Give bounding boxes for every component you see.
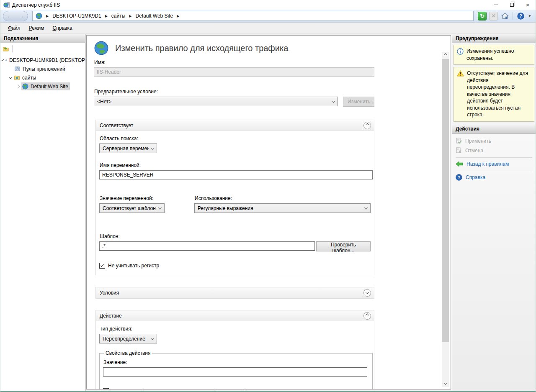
ignore-case-checkbox[interactable] (99, 263, 105, 269)
chevron-up-icon (366, 313, 369, 317)
operand-select[interactable]: Соответствует шаблону (99, 203, 165, 213)
vertical-scrollbar[interactable] (442, 52, 449, 387)
page-header: Изменить правило для исходящего трафика (94, 41, 435, 56)
back-arrow-icon (456, 161, 463, 167)
breadcrumb-arrow-icon[interactable]: ▶ (177, 14, 179, 18)
variable-name-input[interactable] (99, 170, 373, 179)
rule-name-input (94, 67, 374, 77)
home-button[interactable] (500, 12, 509, 20)
chevron-down-icon (151, 336, 154, 340)
precondition-select[interactable]: <Нет> (94, 97, 338, 106)
action-type-select[interactable]: Переопределение (99, 334, 157, 343)
server-icon (5, 57, 8, 63)
breadcrumb-arrow-icon[interactable]: ▶ (105, 14, 108, 18)
cancel-label: Отмена (465, 148, 483, 154)
tree-item-label[interactable]: Default Web Site (31, 84, 68, 90)
action-properties-group: Свойства действия Значение: Заменить дей… (99, 350, 373, 389)
divider (513, 12, 513, 20)
tree-item-label[interactable]: DESKTOP-U1MK9D1 (DESKTOP (9, 57, 85, 63)
save-connection-button[interactable] (3, 46, 9, 52)
breadcrumb-item-sites[interactable]: сайты (111, 13, 126, 19)
collapse-button[interactable] (363, 122, 371, 129)
chevron-down-icon (364, 206, 368, 209)
match-section-header[interactable]: Соответствует (96, 120, 374, 131)
chevron-collapsed-icon[interactable] (16, 85, 20, 88)
apply-label: Применить (465, 138, 491, 144)
expand-button[interactable] (363, 289, 371, 297)
help-action[interactable]: ? Справка (456, 173, 532, 182)
restore-icon (510, 3, 514, 7)
divider (12, 45, 13, 52)
apply-icon (456, 138, 462, 144)
chevron-down-icon (332, 99, 335, 102)
alerts-list: Изменения успешно сохранены. Отсутствует… (452, 43, 536, 125)
match-section-title: Соответствует (100, 123, 133, 128)
replace-value-row: Заменить действующее значение серверной … (103, 388, 369, 389)
action-section-header[interactable]: Действие (96, 310, 374, 321)
value-label: Значение: (103, 359, 369, 365)
tree-item-label[interactable]: Пулы приложений (23, 66, 65, 72)
sites-folder-icon (14, 74, 20, 81)
connections-header: Подключения (0, 34, 85, 43)
back-to-rules-action[interactable]: Назад к правилам (456, 159, 532, 169)
breadcrumb[interactable]: ▶ DESKTOP-U1MK9D1 ▶ сайты ▶ Default Web … (32, 11, 474, 21)
scroll-down-button[interactable] (442, 380, 449, 387)
operand-label: Значение переменной: (100, 195, 194, 201)
chevron-down-icon (151, 146, 154, 149)
chevron-expanded-icon[interactable] (9, 75, 12, 79)
navigation-pill: ← → (3, 11, 28, 21)
conditions-section-title: Условия (100, 290, 119, 296)
breadcrumb-arrow-icon[interactable]: ▶ (129, 14, 131, 18)
refresh-icon: ↻ (480, 13, 484, 19)
tree-item-default-web-site[interactable]: Default Web Site (0, 82, 85, 91)
menu-file[interactable]: Файл (4, 23, 25, 33)
iis-manager-window: Диспетчер служб IIS × ← → ▶ DESKTOP-U1MK… (0, 0, 536, 392)
tree-item-sites[interactable]: сайты (0, 73, 85, 82)
chevron-expanded-icon[interactable] (1, 58, 4, 61)
action-section: Действие Тип действия: Переопределение С… (95, 310, 374, 389)
scope-select[interactable]: Серверная переменн (99, 143, 157, 153)
test-pattern-button[interactable]: Проверить шаблон... (316, 241, 371, 251)
alert-text: Отсутствует значение для действия переоп… (467, 70, 531, 118)
scroll-up-button[interactable] (442, 52, 449, 59)
breadcrumb-item-server[interactable]: DESKTOP-U1MK9D1 (52, 13, 101, 19)
connections-pane: Подключения (0, 34, 85, 392)
using-select[interactable]: Регулярные выражения (194, 203, 371, 213)
help-dropdown-caret-icon[interactable]: ▼ (528, 14, 531, 18)
tree-item-label[interactable]: сайты (22, 75, 36, 81)
warnings-header: Предупреждения (452, 34, 536, 43)
actions-list: Применить Отмена Назад к п (452, 134, 536, 392)
divider (456, 171, 532, 171)
window-title: Диспетчер служб IIS (12, 2, 60, 8)
tree-item-server[interactable]: DESKTOP-U1MK9D1 (DESKTOP (0, 56, 85, 64)
help-link[interactable]: Справка (466, 174, 485, 180)
refresh-button[interactable]: ↻ (478, 12, 487, 20)
check-icon (100, 263, 104, 267)
back-nav-button[interactable]: ← (7, 13, 12, 19)
pattern-input[interactable] (99, 241, 315, 251)
help-button[interactable]: ? (516, 12, 525, 20)
cancel-action: Отмена (456, 146, 532, 156)
conditions-section-header[interactable]: Условия (96, 287, 374, 298)
replace-value-checkbox[interactable] (103, 388, 109, 389)
scrollbar-thumb[interactable] (442, 59, 449, 342)
breadcrumb-item-default-web-site[interactable]: Default Web Site (135, 13, 173, 19)
close-button[interactable]: × (520, 0, 536, 10)
breadcrumb-arrow-icon[interactable]: ▶ (46, 14, 49, 18)
stop-icon: ✕ (492, 13, 496, 19)
scope-label: Область поиска: (100, 136, 371, 141)
menu-view[interactable]: Режим (25, 23, 49, 33)
menu-help[interactable]: Справка (49, 23, 77, 33)
forward-nav-button[interactable]: → (19, 13, 24, 19)
restore-button[interactable] (504, 0, 520, 10)
selected-tree-item[interactable]: Default Web Site (21, 82, 70, 90)
address-bar-tools: ↻ ✕ ? ▼ (478, 12, 531, 20)
action-value-input[interactable] (103, 367, 367, 377)
back-to-rules-link[interactable]: Назад к правилам (466, 161, 509, 167)
home-icon (501, 12, 509, 20)
alert-info: Изменения успешно сохранены. (454, 45, 534, 65)
minimize-button[interactable] (488, 0, 504, 10)
check-icon (104, 389, 108, 389)
collapse-button[interactable] (363, 312, 371, 320)
tree-item-app-pools[interactable]: Пулы приложений (0, 64, 85, 73)
